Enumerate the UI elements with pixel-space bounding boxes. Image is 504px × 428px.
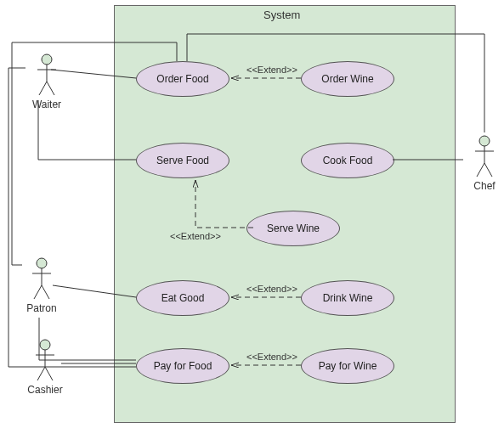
actor-label: Patron: [20, 302, 63, 314]
svg-point-0: [42, 54, 52, 65]
actor-patron: Patron: [20, 256, 63, 314]
actor-label: Chef: [463, 180, 504, 192]
stereotype-extend: <<Extend>>: [246, 284, 297, 294]
actor-icon: [32, 338, 58, 382]
svg-point-15: [40, 340, 50, 350]
actor-icon: [472, 134, 497, 178]
svg-line-3: [39, 82, 47, 95]
system-title: System: [263, 8, 300, 21]
actor-icon: [34, 53, 59, 97]
usecase-pay-for-food: Pay for Food: [136, 348, 229, 384]
stereotype-extend: <<Extend>>: [246, 352, 297, 362]
actor-chef: Chef: [463, 134, 504, 192]
svg-line-18: [37, 367, 45, 380]
stereotype-extend: <<Extend>>: [170, 231, 221, 241]
usecase-drink-wine: Drink Wine: [301, 280, 394, 316]
svg-point-10: [37, 258, 47, 268]
usecase-cook-food: Cook Food: [301, 143, 394, 178]
svg-line-9: [484, 163, 492, 177]
actor-waiter: Waiter: [25, 53, 68, 110]
actor-label: Cashier: [24, 384, 66, 396]
svg-line-14: [42, 285, 49, 299]
stereotype-extend: <<Extend>>: [246, 65, 297, 75]
svg-line-8: [477, 163, 484, 177]
usecase-serve-food: Serve Food: [136, 143, 229, 178]
usecase-serve-wine: Serve Wine: [246, 211, 340, 246]
usecase-eat-good: Eat Good: [136, 280, 229, 316]
usecase-order-food: Order Food: [136, 61, 229, 97]
actor-label: Waiter: [25, 99, 68, 110]
svg-line-4: [47, 82, 54, 95]
svg-point-5: [479, 136, 490, 146]
svg-line-19: [45, 367, 53, 380]
usecase-pay-for-wine: Pay for Wine: [301, 348, 394, 384]
actor-icon: [29, 256, 54, 301]
actor-cashier: Cashier: [24, 338, 66, 396]
usecase-order-wine: Order Wine: [301, 61, 394, 97]
svg-line-13: [34, 285, 42, 299]
